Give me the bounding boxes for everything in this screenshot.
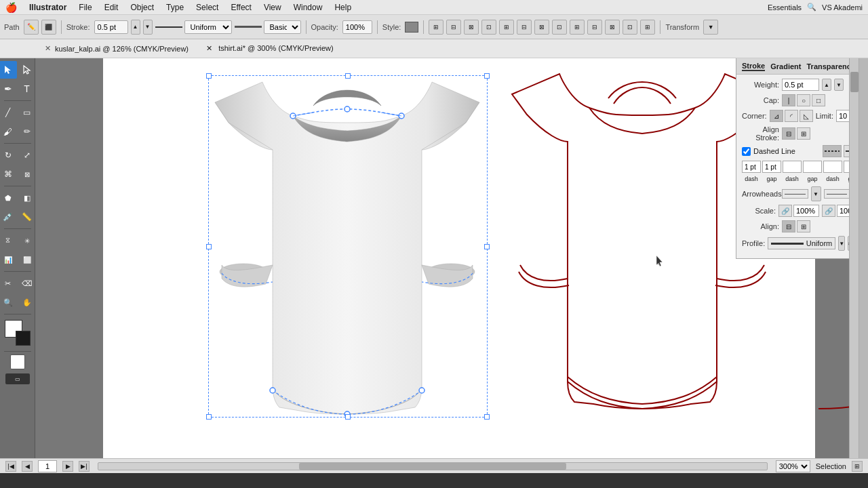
menu-file[interactable]: File [73,2,97,13]
eraser-tool[interactable]: ⌫ [18,274,36,292]
measure-tool[interactable]: 📏 [18,208,36,226]
line-tool[interactable]: ╱ [0,104,17,121]
menu-view[interactable]: View [258,2,287,13]
horizontal-scrollbar[interactable] [98,462,768,470]
corner-bevel-btn[interactable]: ◺ [800,110,813,122]
arrange-btn8[interactable]: ⊡ [552,20,567,35]
direct-select-tool[interactable] [18,61,36,79]
gradient-tool[interactable]: ◧ [18,189,36,207]
workspace-selector[interactable]: Essentials [768,3,802,12]
stroke-up-btn[interactable]: ▲ [131,20,140,35]
arrange-btn6[interactable]: ⊟ [517,20,532,35]
corner-miter-btn[interactable]: ⊿ [770,110,783,122]
pen-tool[interactable]: ✒ [0,80,17,98]
corner-round-btn[interactable]: ◜ [785,110,798,122]
profile-dropdown-btn[interactable]: ▼ [838,236,845,251]
arrange-btn1[interactable]: ⊞ [429,20,443,35]
text-tool[interactable]: T [18,80,36,98]
scale-link-btn[interactable]: 🔗 [778,205,792,217]
vscrollbar-thumb[interactable] [850,72,859,92]
shape-builder-tool[interactable]: ⬟ [0,189,17,207]
arrange-btn11[interactable]: ⊠ [605,20,620,35]
stroke-down-btn[interactable]: ▼ [143,20,153,35]
dash-style1-btn[interactable] [823,145,842,157]
dash3-input[interactable] [823,161,842,173]
arrange-btn3[interactable]: ⊠ [464,20,479,35]
gap2-input[interactable] [803,161,822,173]
pen-tool-btn[interactable]: ✏️ [24,20,39,35]
zoom-select[interactable]: 300% 200% 150% 100% 75% 50% [776,460,810,472]
screen-mode-btn[interactable]: ▭ [5,373,30,384]
menu-window[interactable]: Window [288,2,328,13]
column-graph-tool[interactable]: 📊 [0,251,17,268]
weight-input[interactable] [782,79,819,91]
arrange-btn5[interactable]: ⊞ [499,20,514,35]
transform-expand-btn[interactable]: ▼ [703,20,718,35]
hscrollbar-thumb[interactable] [299,463,566,470]
free-transform-tool[interactable]: ⊠ [18,165,36,183]
arrowhead-start[interactable] [782,189,808,199]
align-start-btn[interactable]: ⊟ [782,220,795,232]
symbol-tool[interactable]: ✳ [18,232,36,249]
arrowhead-end[interactable] [824,189,850,199]
scale-start-input[interactable] [793,205,819,217]
zoom-tool[interactable]: 🔍 [0,293,17,311]
stroke-type-select[interactable]: Uniform [184,20,232,34]
dashed-line-checkbox[interactable] [742,147,751,156]
arrowhead-start-btn[interactable]: ▼ [811,186,821,201]
vertical-scrollbar[interactable] [849,58,859,458]
arrange-btn13[interactable]: ⊞ [640,20,655,35]
align-center-btn[interactable]: ⊟ [782,127,795,140]
select-tool[interactable] [0,61,17,79]
menu-edit[interactable]: Edit [99,2,124,13]
arrange-btn4[interactable]: ⊡ [481,20,496,35]
page-number-input[interactable] [38,460,57,472]
arrange-btn12[interactable]: ⊡ [623,20,637,35]
slice-tool[interactable]: ✂ [0,274,17,292]
fill-btn[interactable] [10,354,25,369]
canvas-area[interactable]: .ts-red { stroke:#8b0000; fill:none; str… [35,58,868,458]
cap-square-btn[interactable]: □ [812,94,825,106]
dash1-input[interactable] [742,161,761,173]
pencil-tool[interactable]: ✏ [18,123,36,140]
arrange-btn9[interactable]: ⊞ [570,20,585,35]
menu-effect[interactable]: Effect [225,2,256,13]
nav-prev-btn[interactable]: ◀ [22,461,33,472]
dash2-input[interactable] [783,161,802,173]
menu-help[interactable]: Help [329,2,357,13]
right-strip-btn[interactable] [861,61,867,68]
background-color[interactable] [16,331,31,346]
arrange-btn10[interactable]: ⊟ [587,20,602,35]
grid-view-btn[interactable]: ⊞ [852,461,863,472]
search-icon[interactable]: 🔍 [807,3,816,12]
menu-illustrator[interactable]: Illustrator [24,2,72,13]
eyedropper-tool[interactable]: 💉 [0,208,17,226]
gap1-input[interactable] [762,161,781,173]
paintbrush-tool[interactable]: 🖌 [0,123,17,140]
stroke-tab[interactable]: Stroke [742,62,765,71]
arrange-btn7[interactable]: ⊠ [534,20,549,35]
anchor-btn[interactable]: ⬛ [41,20,56,35]
cap-round-btn[interactable]: ○ [797,94,810,106]
scale-link2-btn[interactable]: 🔗 [822,205,835,217]
gradient-tab[interactable]: Gradient [770,62,801,70]
stroke-value-input[interactable] [94,20,128,34]
artboard-tool[interactable]: ⬜ [18,251,36,268]
path-filename1[interactable]: kuslar_kalp.ai @ 126% (CMYK/Preview) [55,45,189,53]
align-end-btn[interactable]: ⊞ [797,220,810,232]
style-color-preview[interactable] [405,22,418,33]
arrow-style-select[interactable]: Basic [264,20,301,34]
nav-last-btn[interactable]: ▶| [79,461,90,472]
menu-object[interactable]: Object [125,2,159,13]
menu-type[interactable]: Type [161,2,189,13]
warp-tool[interactable]: ⌘ [0,165,17,183]
weight-up-btn[interactable]: ▲ [822,79,831,91]
apple-menu[interactable]: 🍎 [5,2,17,13]
path-filename2[interactable]: ✕ tshirt.ai* @ 300% (CMYK/Preview) [206,44,334,53]
rect-tool[interactable]: ▭ [18,104,36,121]
align-inside-btn[interactable]: ⊞ [797,127,810,140]
nav-next-btn[interactable]: ▶ [62,461,73,472]
arrange-btn2[interactable]: ⊟ [446,20,461,35]
nav-first-btn[interactable]: |◀ [5,461,16,472]
scale-tool[interactable]: ⤢ [18,146,36,164]
